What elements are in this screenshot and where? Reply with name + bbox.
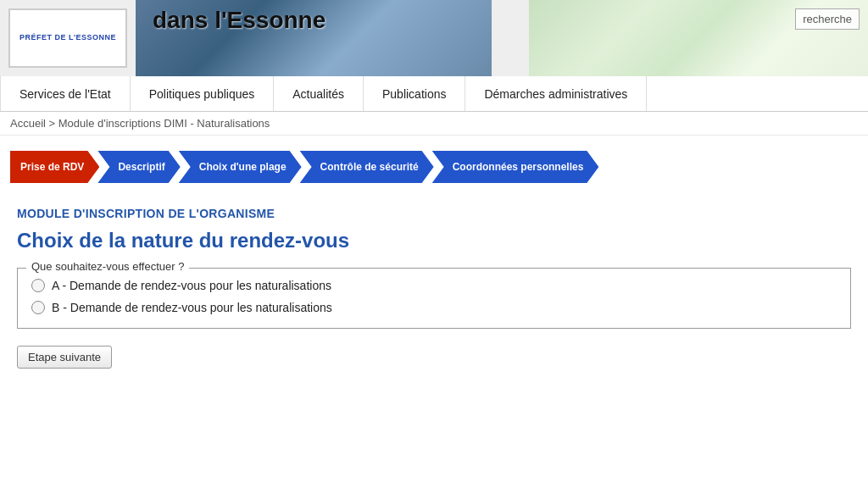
- step-choix-plage[interactable]: Choix d'une plage: [179, 151, 302, 183]
- logo-box: PRÉFET DE L'ESSONNE: [8, 8, 127, 68]
- radio-label-b: B - Demande de rendez-vous pour les natu…: [52, 301, 332, 314]
- page-header: PRÉFET DE L'ESSONNE dans l'Essonne reche…: [0, 0, 868, 76]
- module-label: MODULE D'INSCRIPTION DE L'ORGANISME: [17, 207, 851, 220]
- progress-steps: Prise de RDV Descriptif Choix d'une plag…: [0, 136, 868, 193]
- nature-form-group: Que souhaitez-vous effectuer ? A - Deman…: [17, 268, 851, 329]
- main-content: MODULE D'INSCRIPTION DE L'ORGANISME Choi…: [0, 193, 868, 382]
- radio-circle-a[interactable]: [31, 279, 45, 292]
- nav-services[interactable]: Services de l'Etat: [0, 76, 131, 111]
- main-nav: Services de l'Etat Politiques publiques …: [0, 76, 868, 112]
- next-step-button[interactable]: Etape suivante: [17, 346, 112, 369]
- header-title: dans l'Essonne: [153, 7, 326, 34]
- breadcrumb-home[interactable]: Accueil: [10, 117, 46, 130]
- nav-publications[interactable]: Publications: [364, 76, 466, 111]
- step-controle[interactable]: Contrôle de sécurité: [300, 151, 434, 183]
- radio-option-b[interactable]: B - Demande de rendez-vous pour les natu…: [31, 301, 837, 314]
- page-title: Choix de la nature du rendez-vous: [17, 229, 851, 252]
- nav-politiques[interactable]: Politiques publiques: [131, 76, 275, 111]
- nav-actualites[interactable]: Actualités: [274, 76, 364, 111]
- breadcrumb-separator: >: [49, 117, 58, 130]
- radio-circle-b[interactable]: [31, 301, 45, 314]
- breadcrumb-current: Module d'inscriptions DIMI - Naturalisat…: [58, 117, 270, 130]
- radio-label-a: A - Demande de rendez-vous pour les natu…: [52, 279, 331, 292]
- nav-demarches[interactable]: Démarches administratives: [465, 76, 647, 111]
- search-label[interactable]: recherche: [795, 8, 860, 30]
- logo-text: PRÉFET DE L'ESSONNE: [19, 33, 116, 43]
- step-descriptif[interactable]: Descriptif: [97, 151, 180, 183]
- radio-option-a[interactable]: A - Demande de rendez-vous pour les natu…: [31, 279, 837, 292]
- breadcrumb: Accueil > Module d'inscriptions DIMI - N…: [0, 112, 868, 136]
- step-coordonnees[interactable]: Coordonnées personnelles: [432, 151, 599, 183]
- step-rdv[interactable]: Prise de RDV: [10, 151, 99, 183]
- form-legend: Que souhaitez-vous effectuer ?: [26, 260, 189, 273]
